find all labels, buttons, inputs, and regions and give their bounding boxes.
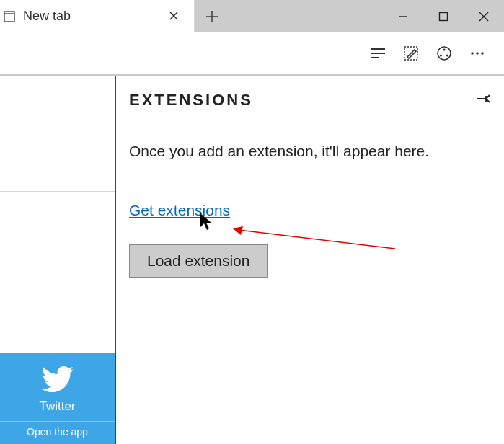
svg-point-15 (443, 48, 445, 50)
main-area: Twitter Open the app EXTENSIONS Once you… (0, 76, 504, 444)
web-note-button[interactable] (394, 37, 428, 70)
window-close-button[interactable] (464, 0, 504, 32)
more-button[interactable] (461, 37, 494, 70)
left-column: Twitter Open the app (0, 76, 115, 444)
share-button[interactable] (428, 37, 461, 70)
reading-view-button[interactable] (361, 37, 394, 70)
svg-point-18 (471, 52, 474, 55)
get-extensions-link[interactable]: Get extensions (129, 200, 230, 221)
toolbar (0, 32, 504, 76)
browser-tab[interactable]: New tab (0, 0, 195, 32)
window-minimize-button[interactable] (383, 0, 423, 32)
svg-rect-7 (440, 12, 448, 20)
svg-rect-0 (4, 12, 14, 22)
svg-point-17 (446, 54, 448, 56)
twitter-label: Twitter (0, 399, 115, 414)
svg-point-16 (440, 54, 442, 56)
new-tab-button[interactable] (195, 0, 229, 32)
panel-body: Once you add an extension, it'll appear … (116, 125, 504, 293)
svg-point-19 (476, 52, 479, 55)
svg-point-20 (481, 52, 484, 55)
title-bar: New tab (0, 0, 504, 32)
tab-close-button[interactable] (164, 9, 184, 24)
twitter-open-link[interactable]: Open the app (0, 421, 115, 442)
titlebar-spacer (229, 0, 383, 32)
pin-icon[interactable] (475, 91, 491, 110)
panel-title: EXTENSIONS (129, 91, 253, 110)
window-maximize-button[interactable] (423, 0, 464, 32)
tab-title: New tab (23, 9, 164, 24)
panel-header: EXTENSIONS (116, 76, 504, 125)
load-extension-button[interactable]: Load extension (129, 244, 268, 278)
panel-intro-text: Once you add an extension, it'll appear … (129, 141, 491, 161)
twitter-icon (0, 366, 115, 392)
divider (0, 191, 115, 192)
extensions-panel: EXTENSIONS Once you add an extension, it… (115, 76, 504, 444)
twitter-tile[interactable]: Twitter Open the app (0, 353, 115, 444)
page-icon (3, 10, 16, 23)
